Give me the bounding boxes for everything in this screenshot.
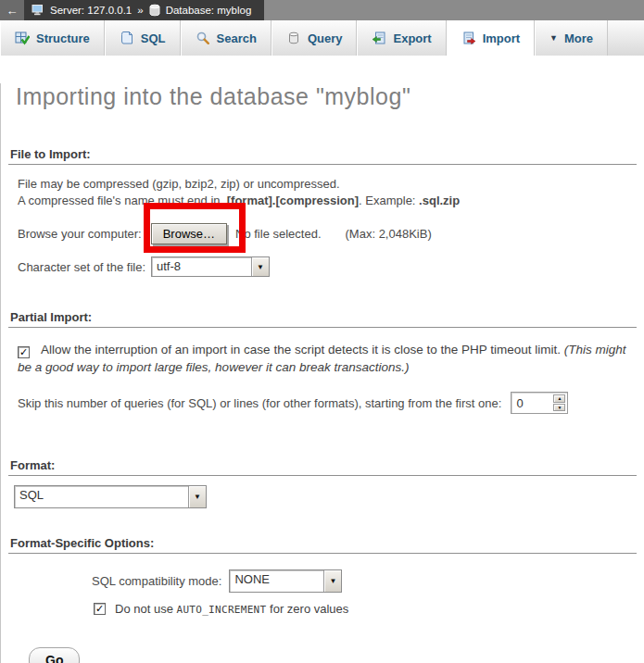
sql-compat-row: SQL compatibility mode: NONE ▼	[92, 569, 644, 593]
compression-example-bold: .sql.zip	[419, 194, 460, 207]
import-icon	[461, 31, 476, 45]
page-title: Importing into the database "myblog"	[16, 83, 644, 110]
search-icon	[196, 31, 210, 45]
chevron-down-icon: ▼	[323, 570, 341, 592]
spinner-up-icon[interactable]: ▲	[553, 394, 565, 403]
main-content: Importing into the database "myblog" Fil…	[0, 83, 644, 663]
chevron-down-icon: ▼	[251, 257, 269, 276]
tab-label: Structure	[36, 31, 90, 45]
format-select[interactable]: SQL ▼	[14, 485, 207, 508]
browse-button[interactable]: Browse…	[151, 223, 227, 244]
browse-row: Browse your computer: Browse… No file se…	[18, 223, 644, 244]
tab-sql[interactable]: SQL	[105, 20, 181, 56]
section-heading-format-options: Format-Specific Options:	[8, 536, 637, 554]
more-arrow-icon: ▼	[549, 33, 558, 43]
charset-label: Character set of the file:	[18, 260, 145, 274]
zero-values-option: ✓ Do not use AUTO_INCREMENT for zero val…	[94, 602, 644, 616]
query-icon	[286, 31, 301, 45]
spinner-down-icon[interactable]: ▼	[553, 404, 565, 412]
strip-filler	[264, 0, 644, 20]
zero-values-prefix: Do not use	[115, 602, 177, 616]
tab-search[interactable]: Search	[181, 20, 271, 56]
tab-more[interactable]: ▼ More	[535, 20, 608, 56]
allow-interrupt-text: Allow the interruption of an import in c…	[41, 343, 564, 357]
tab-label: More	[564, 31, 593, 45]
sql-icon	[120, 31, 134, 45]
compression-line1: File may be compressed (gzip, bzip2, zip…	[18, 177, 340, 191]
tabbar-filler	[608, 20, 644, 56]
database-icon	[149, 4, 160, 17]
back-button[interactable]: ←	[0, 0, 24, 20]
tab-structure[interactable]: Structure	[0, 20, 105, 56]
section-heading-format: Format:	[8, 458, 637, 476]
browse-label: Browse your computer:	[18, 227, 142, 241]
zero-values-checkbox[interactable]: ✓	[94, 603, 106, 615]
tab-label: Query	[308, 31, 343, 45]
breadcrumb-segment: Server: 127.0.0.1 » Database: myblog	[24, 0, 264, 20]
compression-line2-prefix: A compressed file's name must end in	[18, 194, 223, 207]
tab-label: Export	[393, 31, 431, 45]
no-file-text: No file selected.	[235, 227, 322, 241]
skip-value: 0	[511, 393, 551, 413]
section-heading-file: File to Import:	[8, 147, 637, 165]
charset-select[interactable]: utf-8 ▼	[151, 256, 270, 277]
export-icon	[372, 31, 386, 45]
sql-compat-label: SQL compatibility mode:	[92, 574, 221, 588]
chevron-down-icon: ▼	[188, 486, 206, 507]
charset-value: utf-8	[152, 257, 251, 276]
compression-format-bold: .[format].[compression]	[223, 194, 359, 207]
database-label[interactable]: Database: myblog	[166, 5, 252, 16]
breadcrumb-separator: »	[137, 5, 143, 16]
server-label[interactable]: Server: 127.0.0.1	[50, 5, 132, 16]
tab-export[interactable]: Export	[357, 20, 446, 56]
structure-icon	[15, 31, 30, 45]
tab-label: SQL	[141, 31, 166, 45]
tab-import[interactable]: Import	[447, 20, 535, 56]
allow-interrupt-option: ✓Allow the interruption of an import in …	[18, 341, 631, 376]
breadcrumb: ← Server: 127.0.0.1 » Database: myblog	[0, 0, 644, 20]
skip-label: Skip this number of queries (for SQL) or…	[18, 396, 501, 410]
tab-bar: Structure SQL Search Query Export	[0, 20, 644, 56]
sql-compat-select[interactable]: NONE ▼	[229, 569, 342, 593]
skip-row: Skip this number of queries (for SQL) or…	[18, 392, 644, 414]
tab-label: Import	[483, 31, 520, 45]
zero-values-suffix: for zero values	[266, 602, 348, 616]
format-value: SQL	[15, 486, 188, 507]
phpmyadmin-import-page: ← Server: 127.0.0.1 » Database: myblog S…	[0, 0, 644, 663]
tab-label: Search	[217, 31, 257, 45]
skip-number-input[interactable]: 0 ▲ ▼	[511, 392, 568, 414]
zero-values-code: AUTO_INCREMENT	[177, 604, 267, 616]
spinner-controls: ▲ ▼	[551, 393, 567, 413]
sql-compat-value: NONE	[230, 570, 323, 592]
go-button[interactable]: Go	[29, 647, 80, 663]
section-heading-partial: Partial Import:	[8, 310, 637, 328]
back-arrow-icon: ←	[6, 4, 19, 18]
zero-values-text: Do not use AUTO_INCREMENT for zero value…	[115, 602, 348, 616]
max-size-text: (Max: 2,048KiB)	[346, 227, 432, 241]
charset-row: Character set of the file: utf-8 ▼	[18, 256, 644, 277]
tab-query[interactable]: Query	[271, 20, 358, 56]
allow-interrupt-checkbox[interactable]: ✓	[18, 346, 30, 358]
server-icon	[32, 4, 44, 17]
compression-note: File may be compressed (gzip, bzip2, zip…	[18, 176, 629, 209]
compression-line2-mid: . Example:	[359, 194, 419, 207]
